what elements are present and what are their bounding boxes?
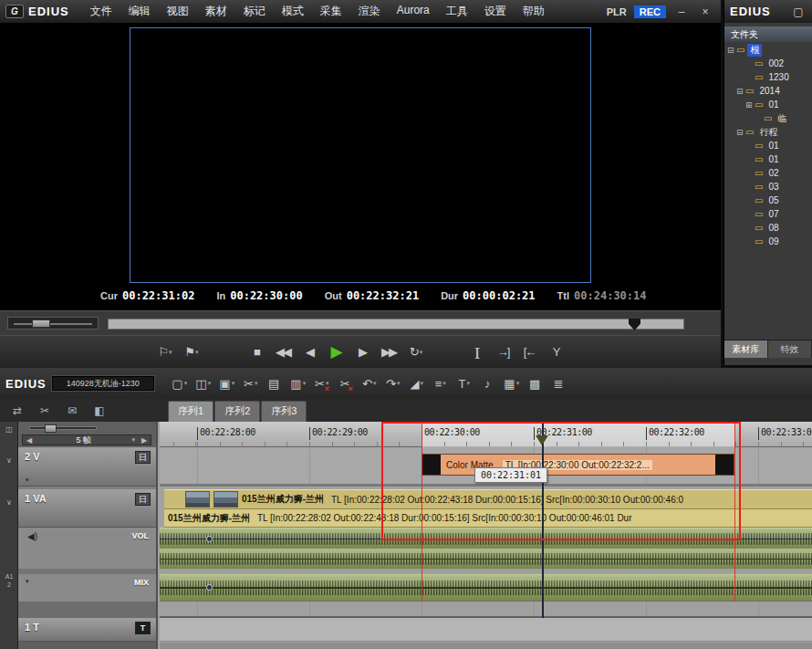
track-header-v[interactable]: 2 V 日 ▾	[18, 447, 156, 487]
menu-item[interactable]: 采集	[312, 0, 350, 23]
bin-tree-item[interactable]: ▭ 1230	[724, 70, 812, 84]
patch-va-icon[interactable]: ∨	[0, 498, 18, 507]
expander-icon[interactable]: ⊟	[736, 128, 745, 137]
paste-icon[interactable]: ▥▾	[287, 372, 309, 394]
set-out-icon[interactable]: ⚑▾	[180, 341, 203, 363]
rubber-band-point[interactable]	[206, 584, 213, 591]
restore-icon[interactable]: ▢	[790, 5, 807, 18]
menu-item[interactable]: 视图	[159, 0, 197, 23]
bin-tree-item[interactable]: ⊞ ▭ 01	[724, 98, 812, 111]
collapse-mix-icon[interactable]: ▾	[26, 578, 29, 585]
rubber-band-point[interactable]	[206, 536, 213, 542]
bin-tree-item[interactable]: ▭ 002	[724, 57, 812, 70]
sequence-tab[interactable]: 序列3	[261, 401, 307, 422]
ripple-cut-icon[interactable]: ✂×▾	[311, 372, 333, 394]
bin-tree-item[interactable]: ⊟ ▭ 2014	[724, 84, 812, 98]
zoom-dropdown-icon[interactable]: ▾	[131, 436, 135, 444]
bin-tree-item[interactable]: ▭ 09	[724, 235, 812, 248]
shuttle-handle[interactable]	[32, 319, 50, 328]
match-frame-icon[interactable]: Y	[544, 341, 567, 363]
track-header-t[interactable]: 1 T T	[18, 618, 156, 642]
play-icon[interactable]: ▶	[325, 341, 349, 363]
zoom-slider-handle[interactable]	[45, 424, 57, 433]
audio-waveform-right[interactable]	[160, 549, 812, 569]
expander-icon[interactable]: ⊟	[727, 46, 736, 55]
bin-tree-item[interactable]: ▭ 临	[724, 111, 812, 125]
bin-tab[interactable]: 特效	[768, 340, 812, 358]
position-marker[interactable]	[629, 319, 640, 330]
menu-item[interactable]: 设置	[476, 0, 515, 23]
loop-icon[interactable]: ↻▾	[404, 341, 428, 363]
title-icon[interactable]: T▾	[453, 372, 475, 394]
sequence-tab[interactable]: 序列2	[214, 401, 260, 422]
track-header-va[interactable]: 1 VA 日	[18, 489, 156, 528]
menu-item[interactable]: 帮助	[515, 0, 553, 23]
cut-icon[interactable]: ✂▾	[240, 372, 262, 394]
menu-item[interactable]: 渲染	[350, 0, 389, 23]
zoom-slider[interactable]	[29, 426, 97, 430]
sequence-tab[interactable]: 序列1	[168, 401, 213, 422]
ripple-mode-icon[interactable]: ✂	[35, 403, 55, 419]
bin-tab[interactable]: 素材库	[724, 340, 768, 358]
patch-v-icon[interactable]: ∨	[0, 456, 18, 465]
bin-tree-item[interactable]: ⊟ ▭ 行程	[724, 125, 812, 139]
menu-item[interactable]: 标记	[235, 0, 274, 23]
expand-track-icon[interactable]: ▾	[26, 476, 29, 484]
expander-icon[interactable]: ⊞	[745, 100, 755, 110]
menu-item[interactable]: 素材	[197, 0, 235, 23]
title-track-button[interactable]: T	[135, 622, 151, 634]
capture-icon[interactable]: ▩	[525, 372, 547, 394]
next-frame-icon[interactable]: ▶	[351, 341, 375, 363]
delete-icon[interactable]: ✂×	[335, 372, 357, 394]
transition-icon[interactable]: ≡▾	[430, 372, 452, 394]
expander-icon[interactable]: ⊟	[736, 87, 745, 96]
bin-tree-item[interactable]: ⊟ ▭ 根	[724, 43, 812, 57]
set-in-icon[interactable]: ⚐▾	[153, 341, 177, 363]
sync-mode-icon[interactable]: ⇄	[7, 403, 27, 419]
open-project-icon[interactable]: ◫▾	[193, 372, 214, 394]
bin-tree-item[interactable]: ▭ 07	[724, 207, 812, 221]
extend-in-icon[interactable]: →]	[491, 341, 515, 363]
export-icon[interactable]: ▦▾	[501, 372, 523, 394]
prev-frame-icon[interactable]: ◀	[298, 341, 322, 363]
bin-tree-item[interactable]: ▭ 01	[724, 139, 812, 152]
menu-item[interactable]: 工具	[438, 0, 476, 23]
zoom-in-arrow-icon[interactable]: ▶	[138, 436, 151, 445]
patch-source-icon[interactable]: ◫	[0, 425, 18, 434]
set-in-here-icon[interactable]: ][	[464, 341, 488, 363]
fade-icon[interactable]: ◢▾	[406, 372, 428, 394]
menu-item[interactable]: 模式	[274, 0, 312, 23]
mix-rubber-band[interactable]	[160, 587, 812, 588]
rewind-icon[interactable]: ◀◀	[272, 341, 296, 363]
stop-icon[interactable]: ■	[245, 341, 269, 363]
mixer-icon[interactable]: ≣	[548, 372, 570, 394]
bin-tree-item[interactable]: ▭ 08	[724, 221, 812, 235]
minimize-button[interactable]: –	[673, 5, 690, 18]
bin-tree-item[interactable]: ▭ 03	[724, 180, 812, 194]
new-sequence-icon[interactable]: ▢▾	[169, 372, 191, 394]
rec-indicator[interactable]: REC	[634, 5, 666, 18]
voiceover-icon[interactable]: ♪	[477, 372, 499, 394]
monitor-mode-icon[interactable]: ◧	[89, 403, 109, 419]
fast-forward-icon[interactable]: ▶▶	[378, 341, 401, 363]
save-project-icon[interactable]: ▣▾	[216, 372, 238, 394]
bin-tree-item[interactable]: ▭ 01	[724, 152, 812, 166]
redo-icon[interactable]: ↷▾	[382, 372, 404, 394]
extend-out-icon[interactable]: [←	[517, 341, 541, 363]
close-button[interactable]: ×	[697, 5, 713, 18]
menu-item[interactable]: 编辑	[120, 0, 159, 23]
zoom-preset-control[interactable]: ◀ 5 帧 ▾ ▶	[22, 434, 151, 445]
position-bar[interactable]	[108, 319, 684, 330]
copy-icon[interactable]: ▤	[264, 372, 286, 394]
title-track-lane[interactable]	[160, 618, 812, 642]
shuttle-slider[interactable]	[7, 317, 99, 330]
undo-icon[interactable]: ↶▾	[359, 372, 380, 394]
mask-button[interactable]: 日	[135, 451, 151, 464]
mail-export-icon[interactable]: ✉	[62, 403, 82, 419]
mix-waveform-lane[interactable]	[160, 574, 812, 602]
menu-item[interactable]: Aurora	[389, 0, 438, 23]
zoom-out-arrow-icon[interactable]: ◀	[23, 436, 36, 445]
mask-button-va[interactable]: 日	[135, 493, 151, 506]
menu-item[interactable]: 文件	[82, 0, 120, 23]
speaker-icon[interactable]: ◀)	[27, 531, 37, 541]
